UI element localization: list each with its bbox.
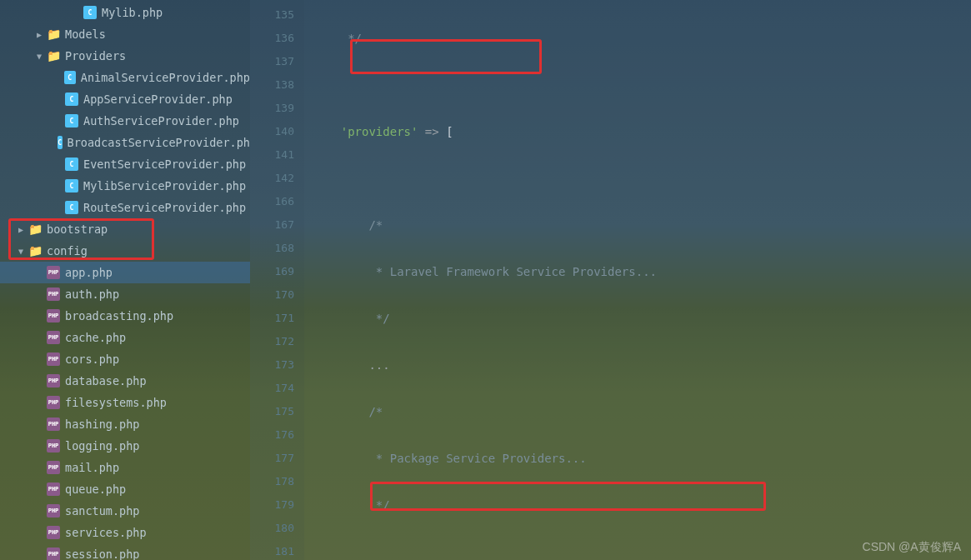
code-editor[interactable]: */ 'providers' => [ /* * Laravel Framewo…: [304, 0, 971, 560]
php-icon: PHP: [47, 309, 60, 322]
code-text: */: [341, 312, 390, 325]
tree-item[interactable]: PHPhashing.php: [0, 413, 250, 435]
code-text: /*: [341, 405, 383, 418]
chevron-icon: ▼: [15, 247, 27, 256]
php-icon: PHP: [47, 461, 60, 474]
tree-item-label: app.php: [65, 266, 113, 279]
php-icon: PHP: [47, 482, 60, 496]
tree-item-label: mail.php: [65, 461, 119, 474]
php-icon: PHP: [47, 504, 60, 518]
code-text: * Laravel Framework Service Providers...: [341, 265, 657, 278]
php-icon: PHP: [47, 439, 60, 452]
code-text: =>: [418, 125, 446, 138]
class-icon: C: [83, 6, 97, 19]
line-number: 138: [250, 73, 294, 97]
class-icon: C: [58, 136, 63, 149]
php-icon: PHP: [47, 288, 60, 301]
tree-item[interactable]: CRouteServiceProvider.php: [0, 197, 250, 218]
tree-item[interactable]: PHPcors.php: [0, 348, 250, 370]
line-number: 174: [250, 377, 294, 400]
line-number: 178: [250, 470, 294, 493]
code-text: [: [446, 125, 453, 138]
class-icon: C: [65, 92, 78, 106]
line-number: 168: [250, 237, 294, 260]
line-number: 181: [250, 540, 294, 560]
tree-item[interactable]: PHPservices.php: [0, 522, 250, 543]
tree-item[interactable]: PHPsession.php: [0, 543, 250, 560]
tree-item[interactable]: ▼📁Providers: [0, 45, 250, 67]
php-icon: PHP: [47, 548, 60, 560]
line-number-gutter: 1351361371381391401411421661671681691701…: [250, 0, 304, 560]
code-text: /*: [341, 218, 383, 232]
php-icon: PHP: [47, 418, 60, 431]
class-icon: C: [64, 71, 76, 84]
class-icon: C: [65, 201, 78, 214]
tree-item[interactable]: PHPmail.php: [0, 457, 250, 478]
tree-item-label: broadcasting.php: [65, 309, 173, 322]
tree-item-label: cache.php: [65, 331, 126, 344]
line-number: 135: [250, 3, 294, 27]
folder-icon: 📁: [47, 28, 60, 41]
tree-item[interactable]: CMylibServiceProvider.php: [0, 175, 250, 197]
tree-item[interactable]: PHPcache.php: [0, 327, 250, 348]
line-number: 140: [250, 120, 294, 143]
tree-item-label: cors.php: [65, 352, 119, 366]
line-number: 176: [250, 423, 294, 447]
php-icon: PHP: [47, 396, 60, 409]
tree-item-label: auth.php: [65, 288, 119, 301]
code-text: * Package Service Providers...: [341, 452, 587, 465]
line-number: 170: [250, 283, 294, 307]
tree-item-label: AuthServiceProvider.php: [83, 114, 239, 128]
tree-item-label: hashing.php: [65, 418, 139, 431]
tree-item[interactable]: ▼📁config: [0, 240, 250, 262]
tree-item[interactable]: PHPfilesystems.php: [0, 392, 250, 413]
tree-item-label: config: [47, 244, 88, 258]
tree-item-label: database.php: [65, 374, 147, 388]
tree-item[interactable]: CAnimalServiceProvider.php: [0, 67, 250, 88]
tree-item[interactable]: CAppServiceProvider.php: [0, 88, 250, 110]
tree-item[interactable]: CBroadcastServiceProvider.ph: [0, 132, 250, 153]
php-icon: PHP: [47, 266, 60, 279]
line-number: 136: [250, 27, 294, 50]
tree-item-label: EventServiceProvider.php: [83, 158, 246, 171]
tree-item[interactable]: PHPqueue.php: [0, 478, 250, 500]
watermark: CSDN @A黄俊辉A: [863, 540, 961, 555]
tree-item[interactable]: ▶📁Models: [0, 23, 250, 45]
tree-item[interactable]: PHPlogging.php: [0, 435, 250, 457]
tree-item[interactable]: PHPsanctum.php: [0, 500, 250, 522]
tree-item[interactable]: ▶📁bootstrap: [0, 218, 250, 240]
code-text: 'providers': [341, 125, 418, 138]
file-tree-sidebar[interactable]: CMylib.php▶📁Models▼📁ProvidersCAnimalServ…: [0, 0, 250, 560]
tree-item[interactable]: PHPbroadcasting.php: [0, 305, 250, 327]
tree-item-label: AppServiceProvider.php: [83, 92, 233, 106]
class-icon: C: [65, 179, 78, 192]
line-number: 177: [250, 447, 294, 470]
tree-item-label: bootstrap: [47, 222, 108, 236]
line-number: 142: [250, 167, 294, 190]
folder-icon: 📁: [47, 49, 60, 62]
tree-item[interactable]: PHPdatabase.php: [0, 370, 250, 392]
tree-item-label: AnimalServiceProvider.php: [81, 71, 250, 84]
tree-item-label: logging.php: [65, 439, 139, 452]
chevron-icon: ▶: [33, 30, 45, 39]
tree-item[interactable]: CAuthServiceProvider.php: [0, 110, 250, 132]
tree-item-label: Models: [65, 28, 106, 41]
php-icon: PHP: [47, 352, 60, 366]
folder-icon: 📁: [28, 222, 42, 236]
tree-item[interactable]: PHPapp.php: [0, 262, 250, 283]
folder-icon: 📁: [28, 244, 42, 258]
tree-item-label: session.php: [65, 548, 139, 560]
tree-item-label: sanctum.php: [65, 504, 139, 518]
chevron-icon: ▶: [15, 225, 27, 234]
tree-item[interactable]: PHPauth.php: [0, 283, 250, 305]
tree-item[interactable]: CEventServiceProvider.php: [0, 153, 250, 175]
php-icon: PHP: [47, 526, 60, 539]
tree-item-label: queue.php: [65, 482, 126, 496]
tree-item-label: filesystems.php: [65, 396, 167, 409]
line-number: 137: [250, 50, 294, 73]
line-number: 166: [250, 190, 294, 213]
tree-item[interactable]: CMylib.php: [0, 2, 250, 23]
php-icon: PHP: [47, 374, 60, 388]
line-number: 175: [250, 400, 294, 423]
code-text: */: [313, 32, 362, 45]
